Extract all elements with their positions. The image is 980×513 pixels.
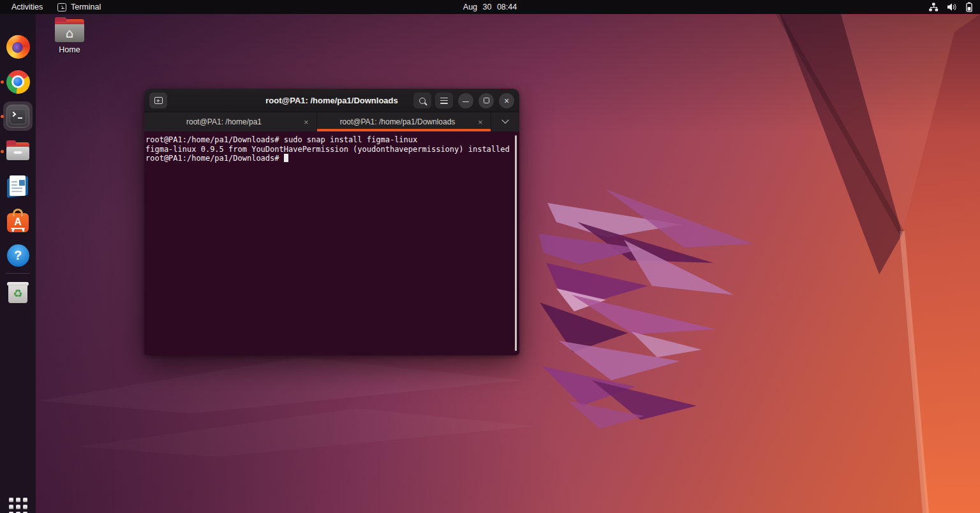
minimize-icon (463, 101, 469, 103)
window-title: root@PA1: /home/pa1/Downloads (265, 96, 397, 105)
activities-button[interactable]: Activities (9, 0, 45, 14)
desktop-icon-home[interactable]: ⌂ Home (52, 19, 87, 54)
search-icon (419, 98, 426, 104)
software-letter: A (14, 216, 22, 228)
tab-bar: root@PA1: /home/pa1 × root@PA1: /home/pa… (144, 112, 519, 131)
clock-button[interactable]: Aug 30 08:44 (458, 0, 522, 14)
app-grid-icon (9, 498, 27, 513)
terminal-scrollbar[interactable] (515, 135, 517, 351)
house-glyph: ⌂ (66, 27, 74, 40)
files-icon (6, 142, 29, 160)
dock-item-app-grid[interactable] (4, 493, 32, 513)
terminal-icon (6, 105, 29, 128)
help-question-glyph: ? (14, 248, 22, 263)
dock: A ? ♻ (0, 14, 36, 513)
terminal-window: root@PA1: /home/pa1/Downloads × (144, 89, 519, 355)
focused-app-menu[interactable]: Terminal (57, 0, 101, 14)
dock-item-ubuntu-software[interactable]: A (4, 207, 32, 235)
tab-home[interactable]: root@PA1: /home/pa1 × (144, 112, 317, 131)
search-button[interactable] (413, 93, 431, 108)
tab-list-dropdown[interactable] (491, 112, 519, 131)
dock-item-help[interactable]: ? (4, 241, 32, 269)
close-button[interactable]: × (499, 93, 514, 108)
terminal-cursor (284, 154, 288, 162)
hamburger-menu-icon (440, 98, 448, 104)
close-icon: × (504, 96, 509, 105)
libreoffice-writer-icon (8, 175, 27, 197)
tab-close-icon[interactable]: × (304, 117, 316, 127)
desktop: Activities Terminal Aug 30 08:44 (0, 0, 980, 513)
window-titlebar[interactable]: root@PA1: /home/pa1/Downloads × (144, 89, 519, 112)
maximize-icon (484, 98, 489, 103)
firefox-icon (6, 35, 30, 59)
minimize-button[interactable] (458, 93, 473, 108)
terminal-line-1: root@PA1:/home/pa1/Downloads# sudo snap … (145, 135, 513, 145)
dock-divider (6, 273, 30, 274)
network-icon (928, 3, 939, 11)
focused-app-label: Terminal (71, 3, 101, 11)
home-icon-label: Home (52, 45, 87, 54)
help-icon: ? (7, 244, 29, 267)
dock-item-libreoffice-writer[interactable] (4, 172, 32, 200)
tab-downloads[interactable]: root@PA1: /home/pa1/Downloads × (317, 112, 491, 131)
menu-button[interactable] (435, 93, 453, 108)
maximize-button[interactable] (479, 93, 494, 108)
dock-item-terminal[interactable] (4, 102, 32, 130)
chrome-icon (6, 70, 30, 94)
battery-icon (966, 2, 972, 12)
tab-close-icon[interactable]: × (478, 117, 491, 127)
dock-item-firefox[interactable] (4, 33, 32, 61)
terminal-content[interactable]: root@PA1:/home/pa1/Downloads# sudo snap … (144, 131, 519, 355)
new-tab-icon (154, 97, 163, 104)
terminal-line-3: root@PA1:/home/pa1/Downloads# (145, 154, 513, 163)
dock-item-chrome[interactable] (4, 68, 32, 96)
terminal-app-icon (57, 3, 66, 11)
new-tab-button[interactable] (149, 93, 167, 108)
home-folder-icon: ⌂ (55, 19, 84, 42)
dock-item-trash[interactable]: ♻ (4, 278, 32, 306)
recycle-glyph: ♻ (13, 287, 22, 300)
volume-icon (947, 3, 958, 11)
dock-item-files[interactable] (4, 137, 32, 165)
terminal-prompt: root@PA1:/home/pa1/Downloads# (145, 154, 284, 163)
top-bar: Activities Terminal Aug 30 08:44 (0, 0, 980, 14)
trash-icon: ♻ (8, 282, 27, 303)
ubuntu-software-icon: A (7, 213, 29, 232)
chevron-down-icon (501, 117, 509, 124)
tab-home-label: root@PA1: /home/pa1 (144, 117, 304, 126)
tab-downloads-label: root@PA1: /home/pa1/Downloads (317, 117, 478, 126)
system-tray[interactable] (928, 0, 972, 14)
terminal-line-2: figma-linux 0.9.5 from YouDontHavePermis… (145, 145, 513, 154)
